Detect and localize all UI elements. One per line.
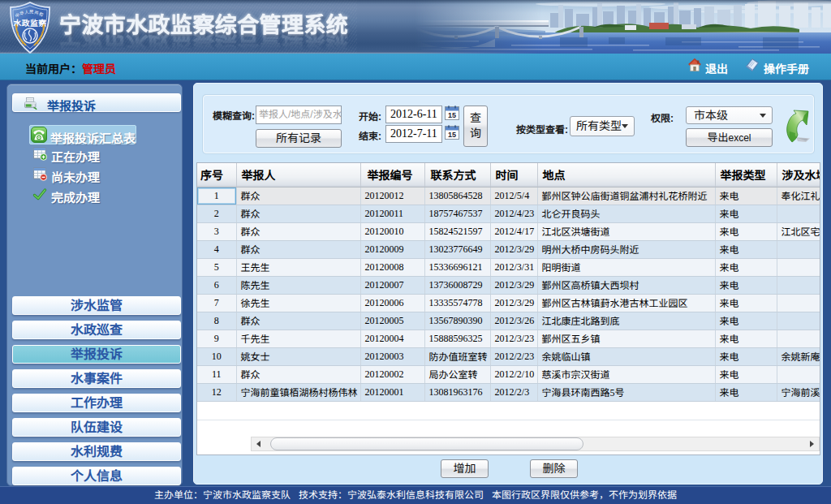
svg-text:水政监察: 水政监察 [14,17,47,28]
svg-text:15: 15 [448,111,456,119]
svg-text:15: 15 [448,131,456,139]
